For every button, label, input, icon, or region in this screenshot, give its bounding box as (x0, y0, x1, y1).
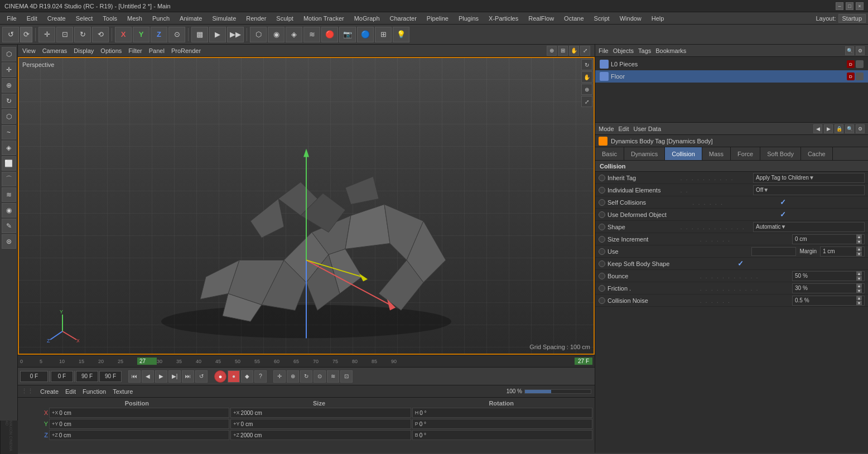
vp-menu-cameras[interactable]: Cameras (42, 47, 67, 54)
key-type-pos[interactable]: ✛ (273, 370, 286, 383)
size-increment-up[interactable]: ▲ (856, 234, 862, 239)
attr-tab-collision[interactable]: Collision (665, 147, 702, 160)
sidebar-deform-btn[interactable]: ≋ (2, 187, 16, 202)
anim-menu-function[interactable]: Function (83, 388, 106, 395)
help-btn[interactable]: ? (254, 370, 267, 383)
menu-mograph[interactable]: MoGraph (350, 14, 384, 23)
sidebar-select-btn[interactable]: ⬡ (2, 47, 16, 61)
axis-all-btn[interactable]: ⊙ (168, 27, 185, 42)
menu-motion-tracker[interactable]: Motion Tracker (299, 14, 349, 23)
attr-next-btn[interactable]: ▶ (824, 124, 833, 133)
sidebar-extra-btn[interactable]: ⊛ (2, 234, 16, 249)
menu-simulate[interactable]: Simulate (208, 14, 240, 23)
anim-zoom-bar[interactable] (524, 389, 591, 394)
scale-tool[interactable]: ⊡ (56, 27, 73, 42)
bounce-down[interactable]: ▼ (856, 276, 862, 281)
individual-elements-radio[interactable] (599, 187, 605, 194)
use-radio[interactable] (599, 248, 605, 255)
fps-input[interactable] (99, 371, 122, 382)
axis-z-btn[interactable]: Z (151, 27, 167, 42)
friction-up[interactable]: ▲ (856, 283, 862, 288)
vp-menu-view[interactable]: View (22, 47, 36, 54)
render-btn[interactable]: 🔵 (357, 27, 374, 42)
vp-nav-pan[interactable]: ✋ (581, 71, 592, 83)
axis-x-btn[interactable]: X (115, 27, 132, 42)
maximize-button[interactable]: □ (846, 2, 853, 10)
min-frame-input[interactable] (51, 371, 73, 382)
self-collisions-radio[interactable] (599, 199, 605, 206)
light-btn[interactable]: 💡 (393, 27, 409, 42)
bounce-up[interactable]: ▲ (856, 271, 862, 276)
size-increment-radio[interactable] (599, 236, 605, 243)
menu-octane[interactable]: Octane (560, 14, 588, 23)
menu-render[interactable]: Render (242, 14, 271, 23)
collision-noise-down[interactable]: ▼ (856, 301, 862, 305)
sidebar-rotate-btn[interactable]: ↻ (2, 94, 16, 108)
shape-value[interactable]: Automatic ▼ (753, 222, 865, 232)
attr-tab-softbody[interactable]: Soft Body (760, 147, 801, 160)
menu-punch[interactable]: Punch (148, 14, 174, 23)
attr-config-btn[interactable]: ⚙ (856, 124, 865, 133)
layout-value[interactable]: Startup (838, 14, 866, 23)
l0pieces-dynamics-tag[interactable]: D (847, 60, 855, 68)
deformer-btn[interactable]: ≋ (303, 27, 320, 42)
render-view-btn[interactable]: ▶ (209, 27, 226, 42)
next-frame-btn[interactable]: ▶| (168, 370, 181, 383)
render-region-btn[interactable]: ▩ (191, 27, 208, 42)
rotate-tool[interactable]: ↻ (74, 27, 91, 42)
use-deformed-checkmark[interactable]: ✓ (780, 210, 786, 219)
anim-menu-edit[interactable]: Edit (65, 388, 76, 395)
autokey-btn[interactable]: ● (228, 370, 240, 383)
view-icon-fullscreen[interactable]: ⤢ (580, 46, 590, 56)
sidebar-object-btn[interactable]: ⬡ (2, 109, 16, 124)
sidebar-curve-btn[interactable]: ⌒ (2, 172, 16, 186)
view-icon-pan[interactable]: ✋ (569, 46, 579, 56)
friction-value[interactable]: 30 % ▲ ▼ (792, 283, 865, 293)
move-tool[interactable]: ✛ (38, 27, 55, 42)
shape-radio[interactable] (599, 224, 605, 230)
sidebar-sculpt-btn[interactable]: ✎ (2, 219, 16, 233)
om-tab-file[interactable]: File (599, 47, 609, 54)
om-tab-bookmarks[interactable]: Bookmarks (655, 47, 686, 54)
h-rot-input[interactable] (419, 410, 590, 416)
y-size-field[interactable]: +Y (230, 419, 411, 429)
x-pos-field[interactable]: +X (49, 408, 229, 418)
om-tab-tags[interactable]: Tags (638, 47, 651, 54)
key-type-point[interactable]: ⊡ (340, 370, 353, 383)
x-size-field[interactable]: +X (230, 408, 411, 418)
bounce-value[interactable]: 50 % ▲ ▼ (792, 271, 865, 281)
z-size-input[interactable] (240, 432, 408, 438)
menu-help[interactable]: Help (647, 14, 669, 23)
sidebar-floor-btn[interactable]: ⬜ (2, 156, 16, 171)
use-margin-value[interactable]: 1 cm ▲ ▼ (820, 247, 865, 257)
axis-y-btn[interactable]: Y (133, 27, 150, 42)
b-rot-input[interactable] (419, 432, 590, 438)
close-button[interactable]: × (856, 2, 864, 10)
undo-button[interactable]: ↺ (2, 27, 19, 42)
y-size-input[interactable] (241, 421, 408, 427)
individual-elements-value[interactable]: Off ▼ (753, 185, 865, 195)
attr-tab-userdata[interactable]: User Data (634, 125, 662, 132)
minimize-button[interactable]: – (836, 2, 843, 10)
menu-select[interactable]: Select (71, 14, 98, 23)
tag-btn[interactable]: ◈ (286, 27, 302, 42)
use-margin-up[interactable]: ▲ (856, 247, 862, 251)
motion-btn[interactable]: 📷 (339, 27, 356, 42)
om-item-l0pieces[interactable]: L0 Pieces D (595, 58, 868, 70)
menu-sculpt[interactable]: Sculpt (272, 14, 298, 23)
x-size-input[interactable] (241, 410, 408, 416)
vp-nav-fullscreen[interactable]: ⤢ (581, 96, 592, 107)
z-rot-field[interactable]: B (412, 430, 592, 440)
z-pos-input[interactable] (59, 432, 227, 438)
menu-window[interactable]: Window (615, 14, 646, 23)
view-icon-zoom[interactable]: ⊞ (558, 46, 568, 56)
menu-pipeline[interactable]: Pipeline (422, 14, 453, 23)
attr-tab-dynamics[interactable]: Dynamics (624, 147, 665, 160)
anim-menu-texture[interactable]: Texture (113, 388, 133, 395)
bounce-radio[interactable] (599, 273, 605, 279)
attr-tab-mode[interactable]: Mode (599, 125, 614, 132)
om-search-btn[interactable]: 🔍 (845, 46, 854, 55)
attr-tab-mass[interactable]: Mass (702, 147, 731, 160)
menu-file[interactable]: File (2, 14, 21, 23)
transform-tool[interactable]: ⟲ (92, 27, 109, 42)
